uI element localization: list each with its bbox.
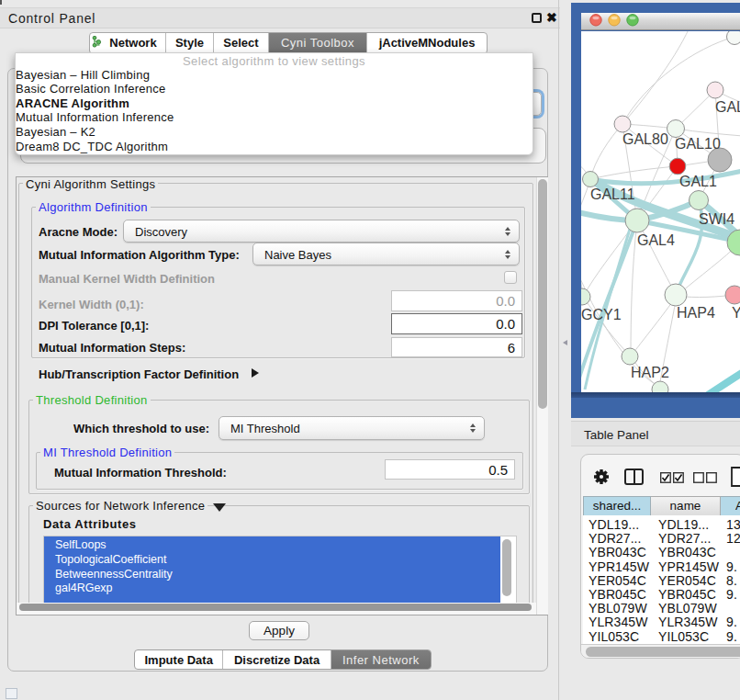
svg-text:GAL11: GAL11: [590, 186, 635, 202]
svg-text:GAL: GAL: [715, 99, 740, 115]
svg-text:GAL4: GAL4: [637, 232, 675, 248]
svg-text:GAL80: GAL80: [622, 131, 668, 147]
svg-text:SWI4: SWI4: [699, 211, 734, 227]
svg-text:GAL10: GAL10: [675, 136, 721, 152]
svg-text:HAP4: HAP4: [677, 305, 715, 321]
svg-text:HAP2: HAP2: [631, 365, 669, 380]
svg-text:GAL1: GAL1: [679, 174, 717, 189]
svg-text:GCY1: GCY1: [581, 307, 622, 322]
svg-text:Y: Y: [732, 305, 740, 321]
